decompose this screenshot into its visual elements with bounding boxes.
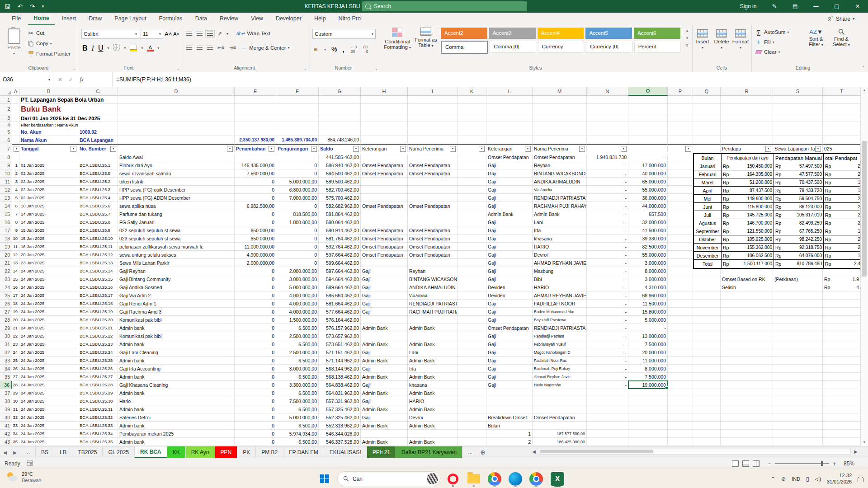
cell-L12[interactable]: Gaji: [486, 186, 533, 194]
cell-R27[interactable]: [721, 308, 773, 316]
sheets-next-icon[interactable]: ▶: [10, 446, 20, 458]
cell-K15[interactable]: [458, 210, 486, 218]
cell-B26[interactable]: 24 Jan 2025: [19, 300, 78, 308]
row-header-17[interactable]: 17: [0, 226, 12, 235]
cell-P31[interactable]: [668, 340, 693, 348]
cell-F16[interactable]: 1.800.000,00: [276, 218, 319, 226]
cell-D[interactable]: [118, 136, 235, 144]
cell-H41[interactable]: Admin Bank: [361, 422, 408, 430]
cell-K26[interactable]: [458, 300, 486, 308]
cell-E26[interactable]: 0: [235, 300, 276, 308]
cell-A35[interactable]: 27: [12, 373, 19, 381]
row-header-36[interactable]: 36: [0, 381, 12, 389]
cell-H12[interactable]: [361, 186, 408, 194]
cell-A10[interactable]: 2: [12, 169, 19, 178]
cell-O30[interactable]: 13.000.000: [628, 332, 668, 340]
cell-Q[interactable]: [693, 96, 721, 104]
cell-L41[interactable]: Bulan: [486, 422, 533, 430]
row-header-35[interactable]: 35: [0, 373, 12, 381]
cell-N43[interactable]: [587, 438, 628, 446]
cell-Q[interactable]: [693, 122, 721, 128]
hscroll-right-icon[interactable]: ▶: [851, 449, 861, 454]
cell-A37[interactable]: 29: [12, 389, 19, 397]
row-header-34[interactable]: 34: [0, 365, 12, 373]
cell-E39[interactable]: 0: [235, 405, 276, 413]
hscroll-left-icon[interactable]: ◀: [529, 449, 539, 454]
cell-T37[interactable]: [823, 389, 861, 397]
cell-Q[interactable]: [693, 114, 721, 122]
align-right-icon[interactable]: [207, 46, 213, 50]
clipboard-dialog-launcher-icon[interactable]: ⌟: [73, 66, 75, 70]
cell-L8[interactable]: Omset Pendapatan: [486, 153, 533, 161]
cell-I8[interactable]: [408, 153, 458, 161]
cell-N[interactable]: [587, 122, 628, 128]
cell-F36[interactable]: 3.300.000,00: [276, 381, 319, 389]
cell-A26[interactable]: 18: [12, 300, 19, 308]
cell-Q34[interactable]: [693, 365, 721, 373]
column-header-N[interactable]: N: [587, 87, 628, 96]
cell-T33[interactable]: [823, 357, 861, 365]
cell-P10[interactable]: [668, 169, 693, 178]
cell-F30[interactable]: 2.500.000,00: [276, 332, 319, 340]
column-header-B[interactable]: B: [19, 87, 78, 96]
horizontal-scroll-thumb[interactable]: [540, 450, 653, 453]
cell-T40[interactable]: [823, 413, 861, 422]
cell-G39[interactable]: 557.325.462,00: [319, 405, 361, 413]
cell-Q36[interactable]: [693, 381, 721, 389]
cell-G9[interactable]: 586.940.462,00: [319, 161, 361, 169]
cell-T25[interactable]: [823, 291, 861, 300]
cell-N[interactable]: [587, 96, 628, 104]
filter-icon[interactable]: ▼: [353, 146, 359, 152]
cell-H13[interactable]: [361, 194, 408, 202]
cell-N12[interactable]: -: [587, 186, 628, 194]
cell-C[interactable]: [78, 104, 118, 114]
sheet-tab-rk-bca[interactable]: RK BCA: [135, 446, 167, 458]
cell-N21[interactable]: -: [587, 259, 628, 267]
cell-S28[interactable]: [773, 316, 823, 324]
chrome-app-icon[interactable]: [486, 471, 503, 487]
cell-K[interactable]: [458, 128, 486, 136]
cell-G23[interactable]: 594.664.462,00: [319, 275, 361, 283]
cell-R39[interactable]: [721, 405, 773, 413]
cell-Q29[interactable]: [693, 324, 721, 332]
cell-M[interactable]: [533, 122, 587, 128]
cell-H24[interactable]: Gaji: [361, 283, 408, 291]
formula-input[interactable]: =SUMIFS(F:F;H:H;L36;I:I;M36): [113, 72, 868, 87]
borders-icon[interactable]: [113, 44, 120, 52]
row-header-10[interactable]: 10: [0, 169, 12, 178]
cell-B36[interactable]: 24 Jan 2025: [19, 381, 78, 389]
cell-H21[interactable]: [361, 259, 408, 267]
cell-K18[interactable]: [458, 235, 486, 243]
cell-C28[interactable]: BCA.LSBU.25.20: [78, 316, 118, 324]
cell-F43[interactable]: 6.500,00: [276, 438, 319, 446]
cell-C20[interactable]: BCA.LSBU.25.12: [78, 251, 118, 259]
cell-P26[interactable]: [668, 300, 693, 308]
cell-C31[interactable]: BCA.LSBU.25.23: [78, 340, 118, 348]
cell-R31[interactable]: [721, 340, 773, 348]
cell-H[interactable]: [361, 128, 408, 136]
cell-M25[interactable]: AHMAD REYHAN JAVIE: [533, 291, 587, 300]
cell-L22[interactable]: Gaji: [486, 267, 533, 275]
cell-L14[interactable]: Gaji: [486, 202, 533, 210]
cell-N23[interactable]: -: [587, 275, 628, 283]
percent-style-icon[interactable]: %: [331, 46, 337, 53]
cell-P[interactable]: [668, 122, 693, 128]
cell-P25[interactable]: [668, 291, 693, 300]
cell-K33[interactable]: [458, 357, 486, 365]
cell-I[interactable]: [408, 136, 458, 144]
cell-N27[interactable]: -: [587, 308, 628, 316]
row-header-29[interactable]: 29: [0, 324, 12, 332]
font-dialog-launcher-icon[interactable]: ⌟: [177, 66, 179, 70]
cell-G25[interactable]: 585.664.462,00: [319, 291, 361, 300]
cell-E23[interactable]: 0: [235, 275, 276, 283]
cell-E12[interactable]: 0: [235, 186, 276, 194]
cell-B23[interactable]: 24 Jan 2025: [19, 275, 78, 283]
cell-O29[interactable]: -: [628, 324, 668, 332]
decrease-decimal-icon[interactable]: .00→0: [362, 45, 368, 54]
cell-B41[interactable]: 24 Jan 2025: [19, 422, 78, 430]
cell-F25[interactable]: 4.000.000,00: [276, 291, 319, 300]
menu-tab-file[interactable]: File: [6, 13, 26, 25]
cell-B[interactable]: [19, 122, 78, 128]
row-header-40[interactable]: 40: [0, 413, 12, 422]
cell-M[interactable]: [533, 136, 587, 144]
